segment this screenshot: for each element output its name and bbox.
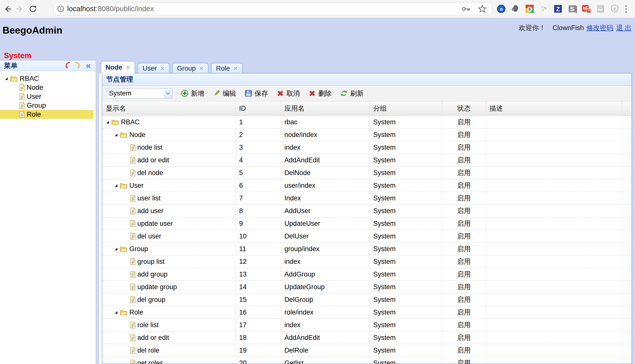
circles-extension-icon[interactable] (539, 4, 548, 14)
grid-row-8[interactable]: add user8AddUserSystem启用 (102, 205, 631, 217)
node-name-cell[interactable]: del role (102, 344, 236, 356)
description-cell (486, 255, 622, 268)
tab-role[interactable]: Role× (211, 63, 243, 73)
tab-node[interactable]: Node× (101, 61, 135, 73)
collapse-panel-icon[interactable]: « (84, 62, 93, 70)
browser-reload-icon[interactable] (28, 4, 38, 14)
node-name-cell[interactable]: node list (102, 141, 236, 154)
grid-row-3[interactable]: node list3indexSystem启用 (102, 141, 631, 154)
change-password-link[interactable]: 修改密码 (586, 23, 613, 32)
grid-row-12[interactable]: group list12indexSystem启用 (102, 255, 631, 268)
group-combobox[interactable]: System (106, 88, 172, 98)
chrome-download-extension-icon[interactable] (525, 4, 534, 14)
node-name-cell[interactable]: RBAC (102, 116, 236, 128)
grid-row-13[interactable]: add group13AddGroupSystem启用 (102, 268, 631, 281)
grid-row-14[interactable]: update group14UpdateGroupSystem启用 (102, 281, 631, 294)
tree-expanded-icon[interactable] (114, 310, 118, 314)
undo-arrow-icon[interactable] (63, 62, 72, 70)
tab-group[interactable]: Group× (172, 63, 209, 73)
tree-node-label: User (27, 92, 41, 100)
browser-menu-dots-icon[interactable] (621, 4, 631, 14)
node-name-cell[interactable]: group list (102, 255, 236, 268)
password-key-icon[interactable] (461, 5, 471, 13)
grid-row-20[interactable]: get roles20GetlistSystem启用 (102, 357, 631, 364)
grid-row-1[interactable]: RBAC1rbacSystem启用 (102, 116, 631, 128)
node-name-cell[interactable]: Node (102, 128, 236, 141)
s-extension-icon[interactable]: S (567, 4, 577, 14)
alipay-shield-extension-icon[interactable]: 支 (610, 4, 619, 14)
grid-row-18[interactable]: add or edit18AddAndEditSystem启用 (102, 332, 631, 344)
refresh-button[interactable]: 刷新 (340, 89, 364, 98)
node-name-cell[interactable]: del user (102, 230, 236, 242)
tree-expanded-icon[interactable] (5, 77, 8, 80)
grid-row-17[interactable]: role list17indexSystem启用 (102, 319, 631, 332)
grid-row-19[interactable]: del role19DelRoleSystem启用 (102, 344, 631, 357)
filler-cell (622, 357, 631, 364)
column-header-状态[interactable]: 状态 (442, 102, 486, 115)
column-header-ID[interactable]: ID (236, 102, 281, 115)
grid-row-9[interactable]: update user9UpdateUserSystem启用 (102, 217, 631, 230)
grid-row-4[interactable]: add or edit4AddAndEditSystem启用 (102, 154, 631, 166)
node-name-cell[interactable]: update user (102, 217, 236, 230)
node-name-cell[interactable]: user list (102, 192, 236, 204)
logout-link[interactable]: 退 出 (616, 23, 631, 32)
column-header-分组[interactable]: 分组 (370, 102, 442, 115)
save-button[interactable]: 保存 (245, 89, 268, 98)
evernote-extension-icon[interactable] (511, 4, 520, 14)
node-name-cell[interactable]: add or edit (102, 154, 236, 166)
grid-row-15[interactable]: del group15DelGroupSystem启用 (102, 294, 631, 306)
todoist-extension-icon[interactable]: ? (582, 4, 591, 14)
grid-row-11[interactable]: Group11group/indexSystem启用 (102, 243, 631, 255)
node-name-cell[interactable]: role list (102, 319, 236, 331)
tree-node-rbac[interactable]: RBAC (0, 74, 94, 83)
redo-arrow-icon[interactable] (74, 62, 82, 70)
tree-expanded-icon[interactable] (106, 120, 110, 124)
tree-expanded-icon[interactable] (114, 184, 118, 188)
grid-row-2[interactable]: Node2node/indexSystem启用 (102, 128, 631, 141)
add-button[interactable]: 新增 (181, 89, 204, 98)
tab-user[interactable]: User× (138, 63, 170, 73)
rp-card-extension-icon[interactable]: RP (596, 4, 605, 14)
node-name-cell[interactable]: del group (102, 294, 236, 306)
column-header-应用名[interactable]: 应用名 (281, 102, 370, 115)
sidebar-item-role[interactable]: Role (0, 110, 94, 119)
chevron-down-icon[interactable] (164, 89, 172, 98)
tab-close-icon[interactable]: × (126, 65, 130, 70)
node-name-cell[interactable]: add group (102, 268, 236, 280)
tree-expanded-icon[interactable] (114, 133, 118, 137)
tree-expanded-icon[interactable] (114, 247, 118, 251)
layout-splitter[interactable] (99, 73, 102, 364)
node-name-cell[interactable]: Group (102, 243, 236, 255)
node-name-cell[interactable]: del node (102, 166, 236, 179)
bookmark-star-icon[interactable] (478, 4, 487, 14)
site-info-icon[interactable] (57, 6, 64, 12)
tab-close-icon[interactable]: × (233, 66, 238, 71)
grid-row-10[interactable]: del user10DelUserSystem启用 (102, 230, 631, 243)
sidebar-item-node[interactable]: Node (0, 83, 94, 92)
column-header-显示名[interactable]: 显示名 (102, 102, 236, 115)
sidebar-item-user[interactable]: User (0, 92, 94, 101)
node-name-cell[interactable]: User (102, 179, 236, 192)
node-name-cell[interactable]: update group (102, 281, 236, 293)
grid-row-6[interactable]: User6user/indexSystem启用 (102, 179, 631, 192)
edit-button[interactable]: 编辑 (213, 89, 236, 98)
node-name-cell[interactable]: Role (102, 306, 236, 318)
node-name-cell[interactable]: get roles (102, 357, 236, 364)
zotero-extension-icon[interactable]: Z (553, 4, 563, 14)
node-name-cell[interactable]: add user (102, 205, 236, 217)
node-name-cell[interactable]: add or edit (102, 332, 236, 344)
tab-close-icon[interactable]: × (199, 66, 204, 71)
tab-close-icon[interactable]: × (160, 66, 165, 71)
cancel-button[interactable]: 取消 (276, 89, 300, 98)
browser-forward-icon[interactable] (15, 4, 24, 14)
address-bar[interactable]: localhost:8080/public/index (54, 2, 492, 15)
grid-row-5[interactable]: del node5DelNodeSystem启用 (102, 166, 631, 179)
browser-back-icon[interactable] (3, 4, 13, 14)
column-header-描述[interactable]: 描述 (486, 102, 622, 115)
amazon-assistant-extension-icon[interactable]: a (497, 4, 506, 14)
sidebar-item-group[interactable]: Group (0, 101, 94, 110)
delete-button[interactable]: 删除 (308, 89, 332, 98)
grid-row-7[interactable]: user list7IndexSystem启用 (102, 192, 631, 205)
grid-row-16[interactable]: Role16role/indexSystem启用 (102, 306, 631, 319)
description-cell (486, 294, 622, 306)
